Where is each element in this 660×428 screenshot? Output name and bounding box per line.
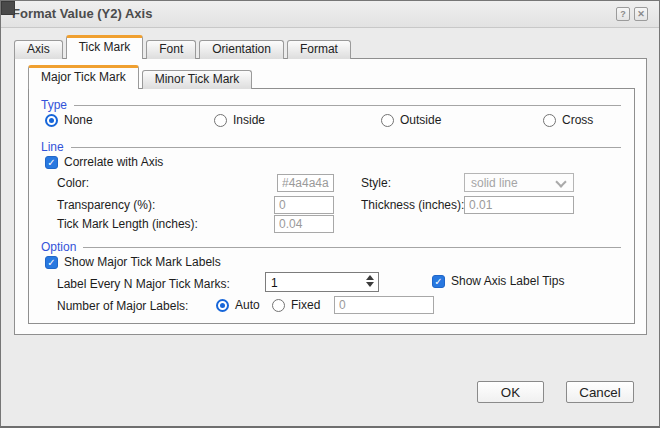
- type-group-rule: [74, 105, 621, 106]
- label-every-n-label: Label Every N Major Tick Marks:: [57, 277, 230, 291]
- stepper-up-icon[interactable]: [366, 275, 374, 280]
- tab-axis[interactable]: Axis: [14, 40, 63, 59]
- radio-fixed[interactable]: Fixed: [272, 298, 320, 312]
- checkbox-checked-icon[interactable]: ✓: [432, 275, 445, 288]
- correlate-with-axis-checkbox[interactable]: ✓ Correlate with Axis: [45, 155, 163, 169]
- checkbox-checked-icon[interactable]: ✓: [45, 256, 58, 269]
- line-group-rule: [71, 147, 621, 148]
- label-every-n-stepper[interactable]: 1: [265, 272, 379, 292]
- line-group-header: Line: [41, 140, 621, 154]
- format-axis-dialog: Format Value (Y2) Axis ? ✕ Axis Tick Mar…: [0, 0, 660, 428]
- show-major-tick-mark-labels-checkbox[interactable]: ✓ Show Major Tick Mark Labels: [45, 255, 221, 269]
- transparency-input[interactable]: [274, 196, 334, 214]
- radio-outside[interactable]: Outside: [381, 113, 441, 127]
- radio-cross[interactable]: Cross: [543, 113, 593, 127]
- help-icon[interactable]: ?: [616, 7, 630, 21]
- fixed-number-input[interactable]: [334, 296, 434, 314]
- radio-none-label: None: [64, 113, 93, 127]
- thickness-label: Thickness (inches):: [361, 198, 464, 212]
- correlate-with-axis-label: Correlate with Axis: [64, 155, 163, 169]
- radio-inside-label: Inside: [233, 113, 265, 127]
- radio-none[interactable]: None: [45, 113, 93, 127]
- type-group-header: Type: [41, 98, 621, 112]
- show-axis-label-tips-checkbox[interactable]: ✓ Show Axis Label Tips: [432, 274, 564, 288]
- radio-fixed-icon[interactable]: [272, 299, 285, 312]
- radio-auto-icon[interactable]: [216, 299, 229, 312]
- number-of-major-labels-label: Number of Major Labels:: [57, 299, 188, 313]
- radio-none-icon[interactable]: [45, 114, 58, 127]
- checkbox-checked-icon[interactable]: ✓: [45, 156, 58, 169]
- type-group-label: Type: [41, 98, 67, 112]
- style-dropdown[interactable]: solid line: [464, 173, 574, 192]
- sub-tab-bar: Major Tick Mark Minor Tick Mark: [28, 65, 255, 89]
- radio-cross-icon[interactable]: [543, 114, 556, 127]
- radio-auto[interactable]: Auto: [216, 298, 260, 312]
- option-group-label: Option: [41, 240, 76, 254]
- tab-tick-mark[interactable]: Tick Mark: [66, 35, 144, 59]
- main-tab-bar: Axis Tick Mark Font Orientation Format: [14, 35, 354, 59]
- dialog-title: Format Value (Y2) Axis: [12, 6, 152, 21]
- radio-auto-label: Auto: [235, 298, 260, 312]
- show-axis-label-tips-label: Show Axis Label Tips: [451, 274, 564, 288]
- chevron-down-icon: [555, 176, 566, 187]
- tab-major-tick-mark[interactable]: Major Tick Mark: [28, 65, 139, 89]
- radio-inside-icon[interactable]: [214, 114, 227, 127]
- color-swatch[interactable]: [1, 1, 15, 15]
- tab-font[interactable]: Font: [146, 40, 196, 59]
- tab-format[interactable]: Format: [287, 40, 351, 59]
- label-every-n-value: 1: [271, 276, 278, 290]
- option-group-header: Option: [41, 240, 621, 254]
- thickness-input[interactable]: [464, 196, 574, 214]
- close-icon[interactable]: ✕: [634, 7, 648, 21]
- color-value-input[interactable]: [277, 174, 334, 192]
- stepper-arrows[interactable]: [366, 275, 375, 287]
- stepper-down-icon[interactable]: [366, 282, 374, 287]
- radio-cross-label: Cross: [562, 113, 593, 127]
- cancel-button[interactable]: Cancel: [566, 381, 634, 403]
- radio-fixed-label: Fixed: [291, 298, 320, 312]
- line-group-label: Line: [41, 140, 64, 154]
- tab-minor-tick-mark[interactable]: Minor Tick Mark: [142, 70, 253, 89]
- show-major-tick-mark-labels-label: Show Major Tick Mark Labels: [64, 255, 221, 269]
- transparency-label: Transparency (%):: [57, 198, 155, 212]
- tick-mark-length-label: Tick Mark Length (inches):: [57, 217, 198, 231]
- color-label: Color:: [57, 176, 89, 190]
- radio-inside[interactable]: Inside: [214, 113, 265, 127]
- style-label: Style:: [361, 176, 391, 190]
- ok-button[interactable]: OK: [477, 381, 544, 403]
- radio-outside-icon[interactable]: [381, 114, 394, 127]
- tick-mark-length-input[interactable]: [274, 215, 334, 233]
- style-dropdown-value: solid line: [471, 176, 518, 190]
- tab-orientation[interactable]: Orientation: [199, 40, 284, 59]
- option-group-rule: [83, 247, 621, 248]
- radio-outside-label: Outside: [400, 113, 441, 127]
- title-bar[interactable]: Format Value (Y2) Axis ? ✕: [1, 1, 659, 28]
